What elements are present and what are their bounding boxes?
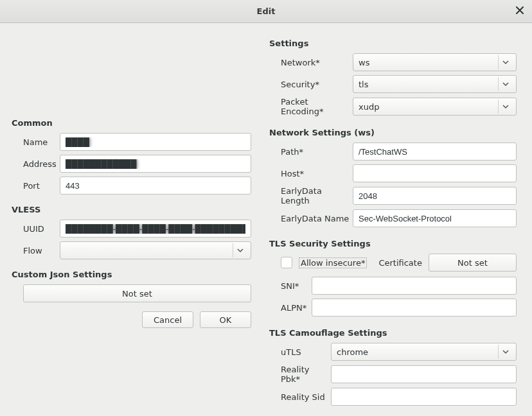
cancel-button[interactable]: Cancel [142, 311, 193, 328]
address-label: Address [12, 159, 60, 169]
right-column: Settings Network* ws Security* tls Packe… [260, 23, 532, 416]
network-label: Network* [269, 58, 353, 67]
address-input[interactable] [60, 155, 251, 173]
custom-json-button[interactable]: Not set [23, 284, 251, 302]
tls-security-heading: TLS Security Settings [269, 239, 517, 248]
close-button[interactable] [514, 5, 526, 17]
flow-label: Flow [12, 246, 60, 256]
certificate-button[interactable]: Not set [429, 254, 517, 272]
network-settings-heading: Network Settings (ws) [269, 128, 517, 137]
earlydata-name-label: EarlyData Name [269, 214, 353, 223]
port-input[interactable] [60, 177, 251, 195]
custom-json-button-label: Not set [122, 289, 152, 299]
settings-heading: Settings [269, 39, 517, 48]
earlydata-name-input[interactable] [353, 209, 517, 227]
host-input[interactable] [353, 164, 517, 182]
ok-button-label: OK [220, 315, 232, 325]
packet-encoding-select-value: xudp [359, 102, 495, 112]
chevron-down-icon [498, 345, 512, 359]
packet-encoding-select[interactable]: xudp [353, 98, 517, 116]
chevron-down-icon [498, 100, 512, 114]
name-label: Name [12, 137, 60, 147]
cancel-button-label: Cancel [154, 315, 182, 325]
path-label: Path* [269, 147, 353, 157]
packet-encoding-label: Packet Encoding* [269, 97, 353, 116]
chevron-down-icon [498, 77, 512, 91]
reality-pbk-label: Reality Pbk* [269, 365, 331, 384]
network-select[interactable]: ws [353, 53, 517, 71]
custom-json-heading: Custom Json Settings [12, 270, 251, 279]
chevron-down-icon [233, 243, 247, 257]
security-label: Security* [269, 80, 353, 89]
utls-label: uTLS [269, 347, 331, 357]
security-select[interactable]: tls [353, 75, 517, 93]
certificate-button-label: Not set [457, 258, 488, 268]
ok-button[interactable]: OK [200, 311, 251, 328]
sni-input[interactable] [312, 277, 517, 295]
earlydata-length-label: EarlyData Length [269, 186, 353, 205]
chevron-down-icon [498, 55, 512, 69]
window-title: Edit [257, 6, 276, 16]
security-select-value: tls [359, 80, 495, 89]
uuid-label: UUID [12, 224, 60, 234]
utls-select[interactable]: chrome [331, 343, 517, 361]
flow-select[interactable] [60, 241, 251, 259]
name-input[interactable] [60, 133, 251, 151]
vless-heading: VLESS [12, 205, 251, 214]
left-column: Common Name Address Port VLESS UUID Flow [0, 23, 260, 416]
reality-pbk-input[interactable] [331, 365, 517, 383]
path-input[interactable] [353, 143, 517, 160]
reality-sid-input[interactable] [331, 388, 517, 406]
alpn-input[interactable] [312, 299, 517, 316]
reality-sid-label: Reality Sid [269, 392, 331, 402]
certificate-label: Certificate [378, 258, 422, 268]
host-label: Host* [269, 169, 353, 178]
port-label: Port [12, 181, 60, 191]
uuid-input[interactable] [60, 220, 251, 238]
alpn-label: ALPN* [269, 303, 312, 313]
title-bar: Edit [0, 0, 532, 23]
tls-camouflage-heading: TLS Camouflage Settings [269, 328, 517, 338]
allow-insecure-label[interactable]: Allow insecure* [299, 257, 367, 268]
allow-insecure-checkbox[interactable] [281, 257, 292, 268]
close-icon [516, 6, 524, 16]
earlydata-length-input[interactable] [353, 187, 517, 205]
sni-label: SNI* [269, 281, 312, 291]
network-select-value: ws [359, 58, 495, 67]
utls-select-value: chrome [337, 347, 495, 357]
common-heading: Common [12, 118, 251, 128]
